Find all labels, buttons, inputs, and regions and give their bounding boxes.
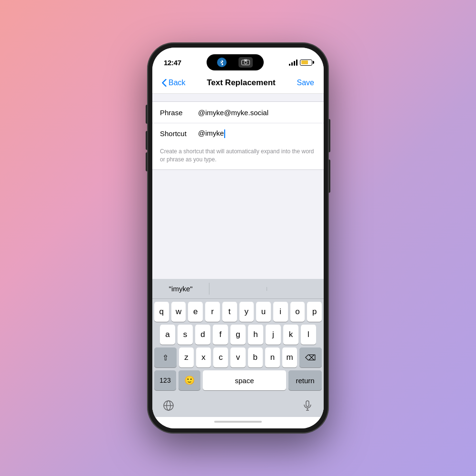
key-row-3: ⇧ z x c v b n m ⌫: [154, 347, 322, 367]
key-m[interactable]: m: [282, 347, 297, 367]
home-indicator: [214, 421, 262, 423]
signal-icon: [289, 59, 298, 66]
key-w[interactable]: w: [171, 302, 186, 322]
phone-screen: 12:47: [152, 48, 324, 428]
content-area: Phrase Shortcut @imyke Create a shortcut…: [152, 94, 324, 279]
chevron-left-icon: [162, 79, 167, 87]
key-z[interactable]: z: [179, 347, 194, 367]
home-indicator-area: [152, 417, 324, 428]
key-row-1: q w e r t y u i o p: [154, 302, 322, 322]
key-s[interactable]: s: [178, 325, 193, 345]
key-y[interactable]: y: [239, 302, 254, 322]
battery-fill: [301, 60, 308, 64]
key-g[interactable]: g: [230, 325, 246, 345]
status-bar: 12:47: [152, 48, 324, 74]
di-camera-icon: [238, 57, 253, 68]
emoji-key[interactable]: 🙂: [178, 370, 200, 390]
form-hint: Create a shortcut that will automaticall…: [152, 144, 324, 169]
shortcut-row: Shortcut @imyke: [152, 123, 324, 144]
back-button[interactable]: Back: [162, 79, 186, 87]
key-v[interactable]: v: [230, 347, 245, 367]
key-a[interactable]: a: [160, 325, 175, 345]
dynamic-island: [207, 54, 264, 70]
globe-icon[interactable]: [162, 399, 175, 412]
save-button[interactable]: Save: [297, 79, 314, 87]
backspace-key[interactable]: ⌫: [299, 347, 322, 367]
keyboard-bottom-bar: [152, 395, 324, 417]
phrase-input[interactable]: [198, 109, 316, 117]
key-c[interactable]: c: [213, 347, 228, 367]
shift-key[interactable]: ⇧: [154, 347, 177, 367]
autocomplete-item-1[interactable]: "imyke": [152, 283, 209, 295]
key-k[interactable]: k: [283, 325, 298, 345]
key-n[interactable]: n: [265, 347, 280, 367]
key-f[interactable]: f: [213, 325, 228, 345]
key-row-2: a s d f g h j k l: [154, 325, 322, 345]
key-b[interactable]: b: [248, 347, 263, 367]
status-time: 12:47: [164, 59, 181, 67]
space-key[interactable]: space: [203, 370, 286, 390]
microphone-icon[interactable]: [301, 399, 314, 412]
key-r[interactable]: r: [205, 302, 220, 322]
key-h[interactable]: h: [248, 325, 263, 345]
page-title: Text Replacement: [207, 78, 275, 88]
key-row-4: 123 🙂 space return: [154, 370, 322, 390]
key-p[interactable]: p: [307, 302, 322, 322]
svg-rect-6: [306, 401, 309, 407]
battery-icon: [300, 60, 312, 66]
numbers-key[interactable]: 123: [154, 370, 176, 390]
di-bluetooth-icon: [217, 58, 227, 67]
autocomplete-bar: "imyke": [152, 279, 324, 299]
navigation-bar: Back Text Replacement Save: [152, 74, 324, 94]
form-section: Phrase Shortcut @imyke Create a shortcut…: [152, 101, 324, 170]
key-i[interactable]: i: [273, 302, 288, 322]
phone-device: 12:47: [148, 43, 328, 433]
phrase-label: Phrase: [160, 109, 198, 117]
key-u[interactable]: u: [256, 302, 271, 322]
key-o[interactable]: o: [290, 302, 305, 322]
autocomplete-item-2[interactable]: [209, 287, 267, 291]
back-label: Back: [169, 79, 186, 87]
keys-container: q w e r t y u i o p a s d f g: [152, 299, 324, 395]
keyboard-area: "imyke" q w e r t y u i o p: [152, 279, 324, 417]
key-d[interactable]: d: [195, 325, 210, 345]
key-q[interactable]: q: [154, 302, 169, 322]
shortcut-value[interactable]: @imyke: [198, 129, 316, 138]
key-x[interactable]: x: [196, 347, 211, 367]
autocomplete-item-3[interactable]: [267, 287, 324, 291]
key-j[interactable]: j: [266, 325, 281, 345]
status-right-icons: [289, 59, 312, 66]
return-key[interactable]: return: [288, 370, 322, 390]
phrase-row: Phrase: [152, 102, 324, 123]
svg-point-1: [244, 61, 247, 64]
shortcut-label: Shortcut: [160, 129, 198, 138]
key-e[interactable]: e: [188, 302, 203, 322]
text-cursor: [224, 129, 225, 138]
key-t[interactable]: t: [222, 302, 237, 322]
key-l[interactable]: l: [301, 325, 316, 345]
